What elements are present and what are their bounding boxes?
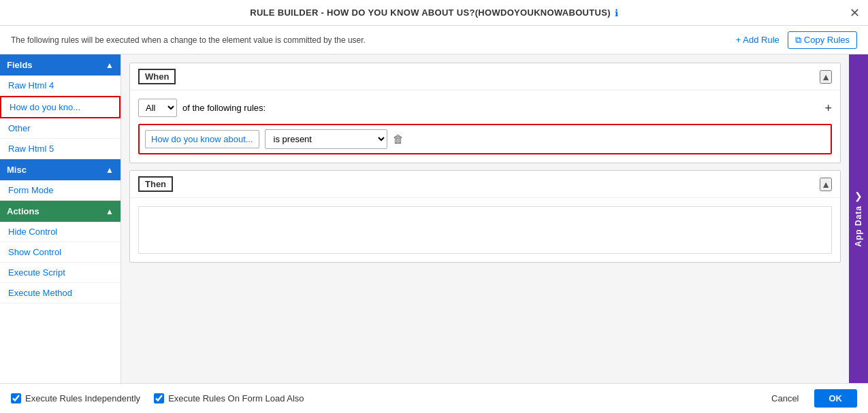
fields-chevron-icon: ▲ [106, 61, 114, 70]
sidebar: Fields ▲ Raw Html 4 How do you kno... Ot… [0, 54, 121, 383]
fields-section-header[interactable]: Fields ▲ [0, 54, 120, 76]
execute-on-load-checkbox-label[interactable]: Execute Rules On Form Load Also [154, 393, 304, 403]
add-rule-button[interactable]: + Add Rule [736, 35, 779, 45]
dialog-title: RULE BUILDER - HOW DO YOU KNOW ABOUT US?… [250, 7, 611, 18]
app-data-sidebar[interactable]: ❯ App Data [849, 54, 868, 383]
sidebar-item-hide-control[interactable]: Hide Control [0, 222, 120, 242]
misc-section-header[interactable]: Misc ▲ [0, 159, 120, 180]
misc-chevron-icon: ▲ [106, 165, 114, 175]
subtitle-text: The following rules will be executed whe… [11, 35, 366, 45]
then-body [130, 198, 840, 262]
sidebar-item-raw-html-5[interactable]: Raw Html 5 [0, 139, 120, 159]
sidebar-item-show-control[interactable]: Show Control [0, 242, 120, 263]
of-following-text: of the following rules: [182, 103, 266, 113]
sidebar-item-raw-html-4[interactable]: Raw Html 4 [0, 76, 120, 96]
execute-on-load-checkbox[interactable] [154, 393, 164, 403]
info-icon[interactable]: ℹ [615, 7, 618, 18]
toolbar-right: + Add Rule ⧉ Copy Rules [736, 31, 857, 49]
then-section-header: Then ▲ [130, 171, 840, 198]
main-layout: Fields ▲ Raw Html 4 How do you kno... Ot… [0, 54, 868, 383]
delete-condition-button[interactable]: 🗑 [393, 133, 404, 146]
sidebar-item-how-do-you-know[interactable]: How do you kno... [0, 96, 120, 118]
subtitle-bar: The following rules will be executed whe… [0, 26, 868, 54]
close-button[interactable]: ✕ [850, 7, 860, 19]
execute-independently-checkbox[interactable] [11, 393, 21, 403]
condition-field: How do you know about... [145, 130, 259, 148]
copy-icon: ⧉ [795, 35, 801, 46]
misc-label: Misc [7, 165, 27, 175]
actions-section-header[interactable]: Actions ▲ [0, 201, 120, 222]
when-section-header: When ▲ [130, 63, 840, 90]
execute-on-load-text: Execute Rules On Form Load Also [168, 393, 304, 403]
when-body: All Any of the following rules: + How do… [130, 90, 840, 163]
app-data-label: App Data [854, 205, 863, 247]
condition-row: How do you know about... is present is n… [138, 124, 832, 154]
footer: Execute Rules Independently Execute Rule… [0, 383, 868, 413]
sidebar-item-form-mode[interactable]: Form Mode [0, 180, 120, 201]
actions-label: Actions [7, 206, 39, 216]
when-collapse-button[interactable]: ▲ [820, 70, 832, 84]
fields-label: Fields [7, 60, 33, 70]
sidebar-item-execute-method[interactable]: Execute Method [0, 283, 120, 303]
content-area: When ▲ All Any of the following rules: +… [121, 54, 849, 383]
copy-rules-label: Copy Rules [804, 35, 850, 45]
when-section: When ▲ All Any of the following rules: +… [129, 63, 841, 163]
actions-chevron-icon: ▲ [106, 207, 114, 216]
all-select[interactable]: All Any [138, 99, 177, 117]
add-condition-button[interactable]: + [824, 102, 832, 114]
copy-rules-button[interactable]: ⧉ Copy Rules [788, 31, 857, 49]
then-collapse-button[interactable]: ▲ [820, 178, 832, 191]
then-title: Then [138, 176, 173, 192]
footer-left: Execute Rules Independently Execute Rule… [11, 393, 304, 403]
execute-independently-text: Execute Rules Independently [25, 393, 140, 403]
cancel-button[interactable]: Cancel [763, 389, 807, 408]
all-rules-row: All Any of the following rules: + [138, 99, 832, 117]
condition-operator-select[interactable]: is present is not present equals not equ… [265, 129, 387, 149]
footer-right: Cancel OK [763, 389, 857, 408]
title-bar: RULE BUILDER - HOW DO YOU KNOW ABOUT US?… [0, 0, 868, 26]
then-section: Then ▲ [129, 170, 841, 263]
when-title: When [138, 69, 176, 84]
then-inner [138, 206, 832, 254]
ok-button[interactable]: OK [814, 389, 858, 408]
sidebar-item-other[interactable]: Other [0, 118, 120, 139]
app-data-arrow-icon: ❯ [854, 191, 863, 201]
sidebar-item-execute-script[interactable]: Execute Script [0, 263, 120, 283]
execute-independently-checkbox-label[interactable]: Execute Rules Independently [11, 393, 140, 403]
